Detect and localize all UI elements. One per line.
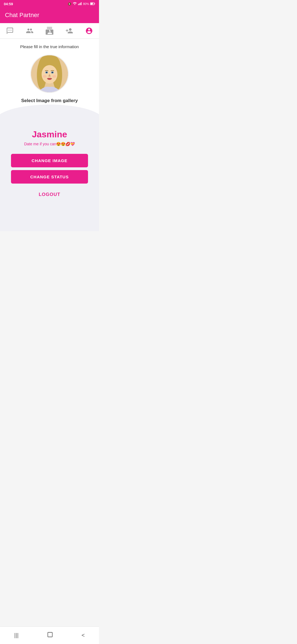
battery-icon (90, 2, 95, 6)
signal-icon (78, 2, 82, 6)
add-person-icon (65, 27, 73, 35)
group-people-icon (26, 27, 34, 35)
profile-image (31, 55, 68, 92)
svg-rect-0 (78, 4, 79, 5)
svg-rect-1 (79, 3, 79, 5)
profile-image-container[interactable] (30, 54, 69, 93)
svg-rect-6 (90, 3, 93, 5)
tab-profile[interactable] (82, 26, 96, 36)
mute-icon: 🔇 (68, 2, 72, 6)
account-circle-icon (85, 27, 93, 35)
svg-point-18 (52, 72, 53, 73)
app-title: Chat Partner (5, 12, 39, 18)
contacts-icon (46, 27, 53, 35)
wifi-icon (73, 2, 77, 6)
logout-button[interactable]: LOGOUT (36, 189, 63, 200)
chat-bubble-icon (6, 27, 14, 35)
profile-status: Date me if you can😍😍💋💝 (24, 142, 75, 146)
tab-group[interactable] (23, 26, 36, 36)
tab-contacts[interactable] (43, 26, 56, 36)
app-bar: Chat Partner (0, 8, 99, 23)
tab-chat[interactable] (3, 26, 16, 36)
profile-name: Jasmine (32, 129, 67, 140)
nav-tabs (0, 23, 99, 39)
tab-add-friend[interactable] (63, 26, 76, 36)
status-time: 04:59 (4, 2, 13, 6)
curve-separator (0, 110, 99, 121)
svg-point-9 (11, 30, 12, 31)
svg-rect-3 (81, 2, 81, 5)
status-bar: 04:59 🔇 80% (0, 0, 99, 8)
svg-point-20 (53, 75, 56, 78)
top-section: Please fill in the true information (0, 39, 99, 110)
svg-point-19 (43, 75, 46, 78)
bottom-section: Jasmine Date me if you can😍😍💋💝 CHANGE IM… (0, 121, 99, 231)
battery-text: 80% (83, 2, 89, 6)
svg-point-17 (46, 72, 47, 73)
status-icons: 🔇 80% (68, 2, 95, 6)
svg-rect-2 (80, 3, 81, 5)
svg-point-8 (10, 30, 10, 31)
svg-point-7 (8, 30, 9, 31)
change-image-button[interactable]: CHANGE IMAGE (11, 154, 88, 167)
info-text: Please fill in the true information (20, 44, 79, 49)
change-status-button[interactable]: CHANGE STATUS (11, 170, 88, 184)
svg-rect-5 (94, 3, 95, 4)
profile-avatar-svg (31, 55, 68, 92)
